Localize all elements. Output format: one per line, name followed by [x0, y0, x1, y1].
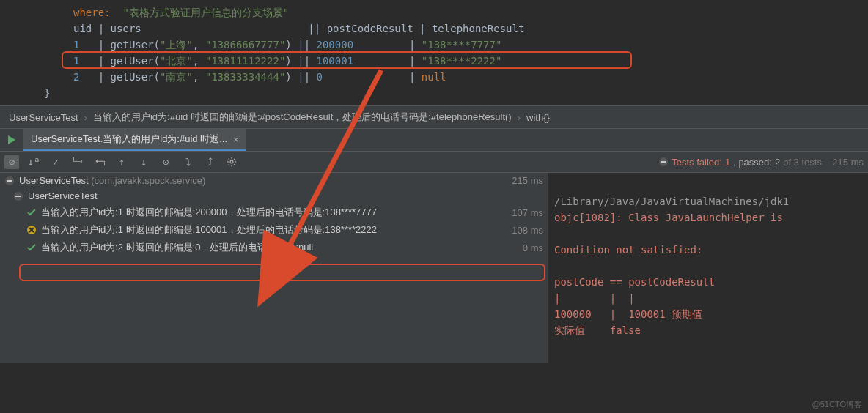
- error-icon: [26, 225, 37, 235]
- minus-circle-icon: [4, 176, 15, 186]
- svg-point-1: [230, 160, 233, 163]
- code-table-row: 2 | getUser("南京", "13833334444") || 0 | …: [73, 69, 868, 85]
- svg-rect-7: [15, 196, 21, 197]
- settings-button[interactable]: [224, 155, 239, 169]
- breadcrumb-item[interactable]: UserServiceTest: [9, 112, 78, 123]
- minus-circle-icon: [658, 157, 669, 167]
- test-tree-class[interactable]: UserServiceTest: [0, 188, 548, 204]
- run-icon[interactable]: [6, 134, 18, 146]
- zoom-button[interactable]: ⊙: [158, 155, 173, 169]
- console-line: Condition not satisfied:: [554, 244, 702, 256]
- run-tab[interactable]: UserServiceTest.当输入的用户id为:#uid 时返... ×: [23, 129, 246, 151]
- minus-circle-icon: [13, 191, 23, 201]
- sort-button[interactable]: ↓ª: [26, 155, 41, 169]
- gear-icon: [227, 157, 237, 167]
- filter-passed-button[interactable]: ✓: [48, 155, 63, 169]
- test-passed-item[interactable]: 当输入的用户id为:1 时返回的邮编是:200000，处理后的电话号码是:138…: [0, 204, 548, 221]
- breadcrumb: UserServiceTest › 当输入的用户id为:#uid 时返回的邮编是…: [0, 105, 868, 129]
- test-status: Tests failed: 1, passed: 2 of 3 tests – …: [658, 157, 864, 168]
- console-line: 实际值 false: [554, 324, 641, 336]
- collapse-all-button[interactable]: ⮢: [92, 155, 107, 169]
- code-editor[interactable]: where: "表格方式验证用户信息的分支场景" uid | users || …: [0, 0, 868, 105]
- tab-title: UserServiceTest.当输入的用户id为:#uid 时返...: [31, 133, 227, 146]
- results-panel: UserServiceTest (com.javakk.spock.servic…: [0, 173, 868, 363]
- check-icon: [26, 242, 37, 253]
- code-table-row: 1 | getUser("北京", "13811112222") || 1000…: [73, 53, 868, 69]
- check-icon: [26, 207, 37, 217]
- test-passed-item[interactable]: 当输入的用户id为:2 时返回的邮编是:0，处理后的电话号码是:null 0 m…: [0, 239, 548, 256]
- console-output[interactable]: /Library/Java/JavaVirtualMachines/jdk1 o…: [548, 173, 868, 363]
- console-line: 100000 | 100001 预期值: [554, 308, 702, 320]
- console-line: | | |: [554, 292, 635, 304]
- breadcrumb-item[interactable]: with{}: [526, 112, 550, 123]
- expand-all-button[interactable]: ⮡: [70, 155, 85, 169]
- code-table-header: uid | users || postCodeResult | telephon…: [73, 21, 868, 37]
- watermark: @51CTO博客: [812, 399, 862, 410]
- prev-test-button[interactable]: ↑: [114, 155, 129, 169]
- test-failed-item[interactable]: 当输入的用户id为:1 时返回的邮编是:100001，处理后的电话号码是:138…: [0, 221, 548, 239]
- code-line: }: [44, 85, 868, 101]
- test-tree[interactable]: UserServiceTest (com.javakk.spock.servic…: [0, 173, 548, 363]
- console-line: /Library/Java/JavaVirtualMachines/jdk1: [554, 196, 789, 207]
- disable-button[interactable]: ⊘: [4, 155, 19, 169]
- console-line: postCode == postCodeResult: [554, 276, 715, 288]
- chevron-right-icon: ›: [84, 112, 87, 123]
- code-line: where: "表格方式验证用户信息的分支场景": [73, 4, 868, 21]
- import-button[interactable]: ⤵: [180, 155, 195, 169]
- next-test-button[interactable]: ↓: [136, 155, 151, 169]
- test-tree-root[interactable]: UserServiceTest (com.javakk.spock.servic…: [0, 173, 548, 188]
- svg-marker-0: [8, 135, 15, 144]
- console-line: objc[1082]: Class JavaLaunchHelper is: [554, 212, 789, 223]
- svg-rect-3: [661, 161, 666, 163]
- svg-rect-5: [7, 180, 12, 182]
- chevron-right-icon: ›: [518, 112, 521, 123]
- run-tabbar: UserServiceTest.当输入的用户id为:#uid 时返... ×: [0, 129, 868, 152]
- test-toolbar: ⊘ ↓ª ✓ ⮡ ⮢ ↑ ↓ ⊙ ⤵ ⤴ Tests failed: 1, pa…: [0, 152, 868, 173]
- breadcrumb-item[interactable]: 当输入的用户id为:#uid 时返回的邮编是:#postCodeResult，处…: [93, 111, 512, 124]
- close-icon[interactable]: ×: [233, 134, 239, 145]
- code-table-row: 1 | getUser("上海", "13866667777") || 2000…: [73, 37, 868, 53]
- export-button[interactable]: ⤴: [202, 155, 217, 169]
